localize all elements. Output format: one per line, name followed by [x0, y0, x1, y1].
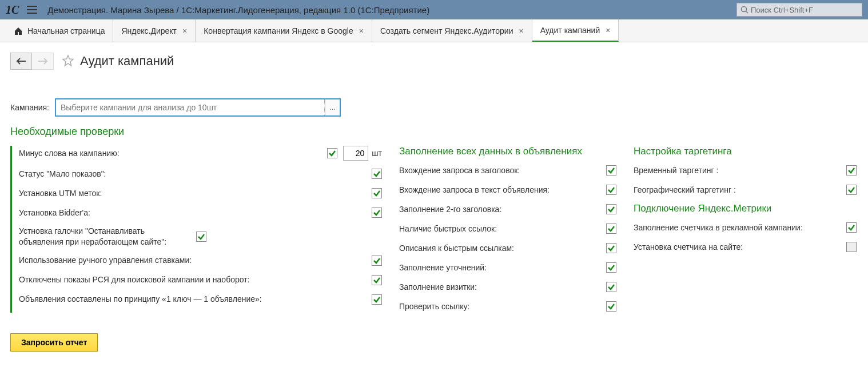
- unit-label: шт: [372, 149, 382, 158]
- check-label: Наличие быстрых ссылок:: [399, 224, 606, 234]
- content-area: Кампания: … Необходимые проверки Минус с…: [0, 75, 868, 363]
- close-icon[interactable]: ×: [519, 26, 523, 35]
- checkbox[interactable]: [372, 256, 382, 266]
- checkbox[interactable]: [327, 148, 337, 158]
- checkbox[interactable]: [196, 232, 206, 242]
- campaign-input[interactable]: [56, 99, 325, 115]
- check-link: Проверить ссылку:: [399, 300, 616, 313]
- tab-yandex-direct[interactable]: Яндекс.Директ ×: [113, 19, 196, 42]
- check-label: Временный таргетинг :: [634, 165, 846, 176]
- minus-words-count-input[interactable]: [343, 146, 368, 161]
- nav-back-button[interactable]: [10, 53, 32, 70]
- checkbox[interactable]: [372, 169, 382, 179]
- tab-home-label: Начальная страница: [27, 26, 105, 35]
- search-icon: [740, 6, 748, 14]
- tab-bar: Начальная страница Яндекс.Директ × Конве…: [0, 19, 868, 42]
- subheader-ad-data: Заполнение всех данных в объявлениях: [399, 146, 616, 157]
- check-query-in-text: Вхождение запроса в текст объявления:: [399, 183, 616, 196]
- checks-col-3: Настройка таргетинга Временный таргетинг…: [634, 146, 857, 260]
- tab-label: Аудит кампаний: [540, 26, 600, 35]
- tab-label: Конвертация кампании Яндекс в Google: [204, 26, 353, 35]
- search-placeholder: Поиск Ctrl+Shift+F: [751, 6, 813, 14]
- subheader-targeting: Настройка таргетинга: [634, 146, 857, 157]
- tab-home[interactable]: Начальная страница: [6, 19, 113, 42]
- check-one-key-one-ad: Объявления составлены по принципу «1 клю…: [19, 293, 382, 306]
- check-stop-ads-broken-site: Устновка галочки "Останавливать объявлен…: [19, 226, 382, 248]
- check-geo-targeting: Географический таргетинг :: [634, 183, 857, 196]
- check-query-in-headline: Вхождение запроса в заголовок:: [399, 164, 616, 177]
- check-bidder: Установка Bidder'a:: [19, 206, 382, 219]
- check-label: Объявления составлены по принципу «1 клю…: [19, 294, 372, 305]
- campaign-picker-button[interactable]: …: [325, 99, 340, 115]
- checkbox[interactable]: [606, 185, 616, 195]
- section-required-checks: Необходимые проверки: [10, 126, 858, 138]
- arrow-left-icon: [16, 58, 26, 65]
- tab-label: Создать сегмент Яндекс.Аудитории: [380, 26, 513, 35]
- check-counter-on-site: Установка счетчика на сайте:: [634, 241, 857, 253]
- checkbox[interactable]: [846, 242, 857, 252]
- checkbox[interactable]: [372, 188, 382, 198]
- check-label: Установка Bidder'a:: [19, 208, 372, 218]
- check-utm-tags: Установка UTM меток:: [19, 187, 382, 200]
- checkbox[interactable]: [846, 165, 857, 175]
- svg-point-0: [742, 7, 747, 12]
- check-label: Заполнение 2-го заголовка:: [399, 204, 606, 215]
- check-time-targeting: Временный таргетинг :: [634, 164, 857, 177]
- check-label: Заполнение визитки:: [399, 282, 606, 293]
- campaign-label: Кампания:: [10, 103, 49, 112]
- global-search[interactable]: Поиск Ctrl+Shift+F: [736, 3, 862, 17]
- home-icon: [14, 26, 23, 35]
- check-label: Минус слова на кампанию:: [19, 148, 327, 159]
- subheader-metrika: Подключение Яндекс.Метрики: [634, 203, 857, 214]
- check-counter-in-campaign: Заполнение счетчика в рекламной кампании…: [634, 221, 857, 234]
- checkbox[interactable]: [846, 185, 857, 195]
- checkbox[interactable]: [606, 243, 616, 253]
- close-icon[interactable]: ×: [606, 26, 610, 35]
- check-label: Описания к быстрым ссылкам:: [399, 243, 606, 254]
- check-callouts: Заполнение уточнений:: [399, 261, 616, 274]
- titlebar: 1C Демонстрация. Марина Зырева / 1С:Марк…: [0, 0, 868, 19]
- checkbox[interactable]: [606, 224, 616, 234]
- tab-label: Яндекс.Директ: [121, 26, 177, 35]
- favorite-star-icon[interactable]: [62, 54, 74, 69]
- check-rsy-disabled: Отключены показы РСЯ для поисковой кампа…: [19, 274, 382, 286]
- app-logo: 1C: [6, 3, 19, 17]
- window-title: Демонстрация. Марина Зырева / 1С:Маркети…: [47, 5, 736, 15]
- checkbox[interactable]: [372, 208, 382, 218]
- check-label: Устновка галочки "Останавливать объявлен…: [19, 226, 196, 248]
- svg-line-1: [746, 11, 748, 14]
- arrow-right-icon: [38, 58, 48, 65]
- check-sitelink-descriptions: Описания к быстрым ссылкам:: [399, 242, 616, 254]
- tab-audit-campaigns[interactable]: Аудит кампаний ×: [532, 19, 619, 42]
- hamburger-icon[interactable]: [27, 3, 37, 17]
- check-sitelinks: Наличие быстрых ссылок:: [399, 222, 616, 235]
- nav-buttons: [10, 53, 54, 70]
- check-label: Вхождение запроса в заголовок:: [399, 165, 606, 176]
- page-title: Аудит кампаний: [80, 54, 174, 69]
- close-icon[interactable]: ×: [182, 26, 187, 35]
- checks-col-2: Заполнение всех данных в объявлениях Вхо…: [399, 146, 616, 320]
- checkbox[interactable]: [606, 262, 616, 273]
- check-vcard: Заполнение визитки:: [399, 281, 616, 293]
- checkbox[interactable]: [606, 282, 616, 292]
- checkbox[interactable]: [606, 301, 616, 312]
- check-minus-words: Минус слова на кампанию: шт: [19, 146, 382, 161]
- check-manual-bids: Использование ручного управления ставкам…: [19, 254, 382, 267]
- checkbox[interactable]: [606, 165, 616, 175]
- tab-convert-campaign[interactable]: Конвертация кампании Яндекс в Google ×: [196, 19, 372, 42]
- check-label: Установка UTM меток:: [19, 188, 372, 199]
- checkbox[interactable]: [606, 204, 616, 214]
- check-label: Вхождение запроса в текст объявления:: [399, 185, 606, 196]
- check-label: Отключены показы РСЯ для поисковой кампа…: [19, 274, 372, 285]
- check-label: Географический таргетинг :: [634, 185, 846, 196]
- request-report-button[interactable]: Запросить отчет: [10, 333, 98, 352]
- campaign-combo: …: [55, 98, 341, 117]
- campaign-field-row: Кампания: …: [10, 98, 858, 117]
- checks-layout: Минус слова на кампанию: шт Статус "Мало…: [10, 146, 858, 320]
- checkbox[interactable]: [372, 294, 382, 305]
- nav-forward-button: [32, 53, 54, 70]
- tab-create-segment[interactable]: Создать сегмент Яндекс.Аудитории ×: [372, 19, 532, 42]
- checkbox[interactable]: [372, 275, 382, 285]
- close-icon[interactable]: ×: [359, 26, 364, 35]
- checkbox[interactable]: [846, 222, 857, 233]
